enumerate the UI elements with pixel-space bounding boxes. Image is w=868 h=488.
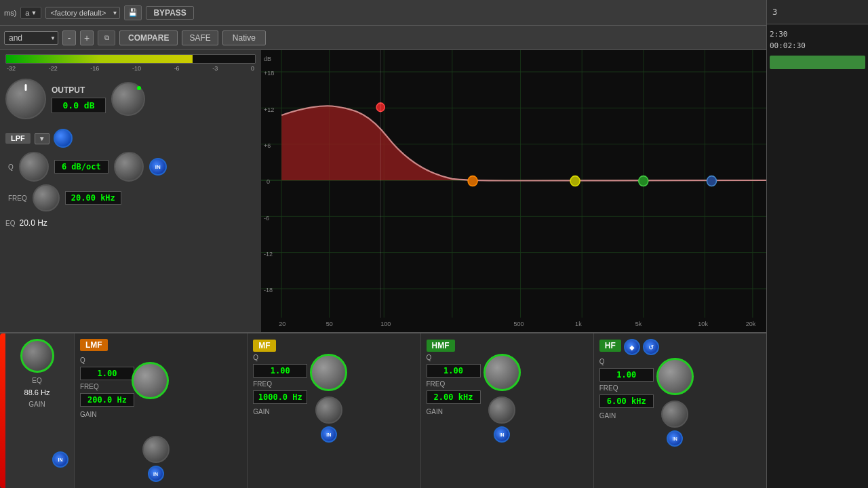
mf-freq-knob[interactable] bbox=[315, 396, 342, 424]
timeline-number: 3 bbox=[772, 7, 777, 17]
hf-freq-knob[interactable] bbox=[661, 401, 688, 428]
eq-fill-curve bbox=[281, 106, 766, 180]
mf-in-badge[interactable]: IN bbox=[321, 426, 337, 443]
lmf-content: Q 1.00 FREQ 200.0 Hz GAIN IN bbox=[80, 357, 241, 482]
a-dropdown[interactable]: a ▼ bbox=[20, 7, 41, 19]
hf-main-knob[interactable] bbox=[656, 358, 694, 395]
svg-text:+18: +18 bbox=[264, 70, 274, 77]
hf-icon-symbol: ◆ bbox=[629, 344, 635, 351]
a-arrow: ▼ bbox=[31, 9, 37, 16]
lpf-freq-display: 20.00 kHz bbox=[65, 191, 121, 205]
svg-text:-18: -18 bbox=[264, 287, 273, 293]
lpf-q-knob[interactable] bbox=[19, 152, 49, 182]
eq-point-lmf[interactable] bbox=[468, 176, 477, 186]
main-area: -32 -22 -16 -10 -6 -3 0 OUTPUT 0.0 dB bbox=[0, 50, 766, 332]
mf-q-label: Q bbox=[253, 354, 307, 361]
lmf-freq-knob[interactable] bbox=[142, 436, 170, 463]
plus-button[interactable]: + bbox=[80, 30, 94, 45]
preset-dropdown[interactable]: <factory default> bbox=[45, 7, 120, 19]
svg-text:10k: 10k bbox=[698, 321, 708, 327]
hf-gain-label: GAIN bbox=[599, 412, 654, 420]
minus-button[interactable]: - bbox=[62, 30, 76, 45]
lpf-in-badge[interactable]: IN bbox=[149, 158, 167, 176]
bypass-button[interactable]: BYPASS bbox=[146, 6, 193, 20]
meter-label-0: 0 bbox=[251, 65, 254, 72]
copy-icon: ⧉ bbox=[104, 34, 109, 42]
safe-button[interactable]: SAFE bbox=[182, 30, 218, 45]
hf-icon-2[interactable]: ↺ bbox=[643, 339, 659, 355]
hmf-knobs: IN bbox=[484, 354, 521, 443]
hmf-freq-label: FREQ bbox=[427, 380, 481, 388]
left-band-freq-label: EQ bbox=[32, 377, 41, 384]
native-button[interactable]: Native bbox=[222, 30, 266, 45]
copy-button[interactable]: ⧉ bbox=[98, 30, 115, 45]
hf-freq-knob-wrapper bbox=[661, 401, 688, 428]
lmf-main-knob[interactable] bbox=[132, 362, 169, 399]
lmf-in-badge[interactable]: IN bbox=[148, 466, 164, 482]
lpf-dropdown-button[interactable]: ▼ bbox=[35, 133, 50, 144]
lpf-knob2[interactable] bbox=[114, 152, 144, 182]
hmf-left: Q 1.00 FREQ 2.00 kHz GAIN bbox=[427, 354, 481, 415]
hmf-freq-knob[interactable] bbox=[488, 396, 515, 424]
eq-label: EQ bbox=[5, 220, 15, 227]
mf-band-label: MF bbox=[253, 340, 275, 352]
left-band-in[interactable]: IN bbox=[52, 451, 68, 468]
left-band-knob-1[interactable] bbox=[20, 339, 54, 373]
mf-freq-label: FREQ bbox=[253, 380, 307, 388]
lmf-header-row: LMF bbox=[80, 339, 241, 354]
hf-freq-value: 6.00 kHz bbox=[599, 394, 654, 408]
mf-main-knob[interactable] bbox=[310, 354, 347, 391]
hf-in-badge[interactable]: IN bbox=[667, 430, 683, 447]
svg-text:100: 100 bbox=[380, 321, 391, 327]
eq-point-hmf[interactable] bbox=[639, 176, 648, 186]
eq-point-mf[interactable] bbox=[570, 176, 580, 186]
lpf-blue-button[interactable] bbox=[54, 129, 73, 148]
hmf-in-badge[interactable]: IN bbox=[494, 426, 510, 443]
svg-text:20k: 20k bbox=[746, 321, 756, 327]
svg-text:5k: 5k bbox=[635, 321, 642, 327]
top-toolbar: ms) a ▼ <factory default> 💾 BYPASS bbox=[0, 0, 766, 26]
save-button[interactable]: 💾 bbox=[124, 5, 142, 20]
left-band-gain-label: GAIN bbox=[28, 401, 45, 408]
lpf-freq-row: FREQ 20.00 kHz bbox=[8, 184, 256, 211]
output-knob-left[interactable] bbox=[5, 79, 46, 119]
meter-fill bbox=[6, 55, 193, 63]
lmf-gain-label: GAIN bbox=[80, 411, 134, 418]
compare-button[interactable]: COMPARE bbox=[119, 30, 178, 45]
meter-label-6: -6 bbox=[174, 65, 180, 72]
hf-header-row: HF ◆ ↺ bbox=[599, 339, 761, 355]
hf-left: Q 1.00 FREQ 6.00 kHz GAIN bbox=[599, 358, 654, 420]
hf-icon-1[interactable]: ◆ bbox=[624, 339, 640, 355]
svg-text:dB: dB bbox=[264, 56, 271, 62]
output-value: 0.0 dB bbox=[52, 98, 106, 113]
hmf-main-knob[interactable] bbox=[484, 354, 521, 391]
time-display-1: 2:30 bbox=[770, 30, 865, 39]
left-controls-panel: -32 -22 -16 -10 -6 -3 0 OUTPUT 0.0 dB bbox=[0, 50, 261, 332]
lmf-band-module: LMF Q 1.00 FREQ 200.0 Hz GAIN IN bbox=[75, 333, 248, 488]
eq-row: EQ 20.0 Hz bbox=[0, 216, 261, 230]
timeline-body: 2:30 00:02:30 bbox=[767, 24, 868, 488]
lpf-rate-display: 6 dB/oct bbox=[54, 160, 108, 174]
svg-text:-12: -12 bbox=[264, 251, 273, 258]
meter-labels: -32 -22 -16 -10 -6 -3 0 bbox=[5, 65, 256, 72]
output-knob-right[interactable] bbox=[111, 82, 145, 116]
second-toolbar: and - + ⧉ COMPARE SAFE Native bbox=[0, 26, 766, 50]
output-section: OUTPUT 0.0 dB bbox=[0, 73, 261, 125]
preset-selector[interactable]: <factory default> bbox=[45, 6, 120, 19]
input-meter-section: -32 -22 -16 -10 -6 -3 0 bbox=[0, 50, 261, 73]
lmf-freq-knob-wrapper bbox=[142, 436, 170, 463]
hf-knobs: IN bbox=[656, 358, 694, 447]
a-label: a bbox=[25, 9, 29, 17]
svg-text:50: 50 bbox=[326, 321, 333, 327]
lpf-freq-knob[interactable] bbox=[33, 184, 60, 211]
lpf-q-row: Q 6 dB/oct IN bbox=[8, 152, 256, 182]
bottom-bands-section: IN EQ 88.6 Hz GAIN LMF Q 1.00 FREQ 200.0… bbox=[0, 332, 766, 488]
band-dropdown[interactable]: and bbox=[4, 31, 58, 45]
svg-text:1k: 1k bbox=[575, 321, 582, 327]
mf-gain-label: GAIN bbox=[253, 408, 307, 415]
band-selector[interactable]: and bbox=[4, 31, 58, 45]
eq-point-hf[interactable] bbox=[707, 176, 716, 186]
lmf-left: Q 1.00 FREQ 200.0 Hz GAIN bbox=[80, 357, 134, 418]
left-band-module: IN EQ 88.6 Hz GAIN bbox=[0, 333, 75, 488]
hmf-band-module: HMF Q 1.00 FREQ 2.00 kHz GAIN IN bbox=[421, 333, 594, 488]
